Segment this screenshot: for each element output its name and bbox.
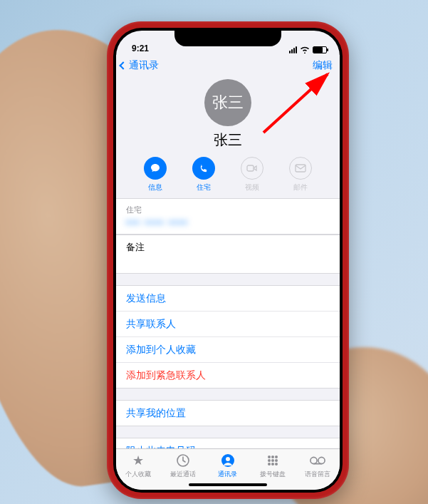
notes-cell[interactable]: 备注: [116, 235, 340, 274]
phone-bezel: 9:21 通讯录 编辑 张三 张: [113, 28, 343, 493]
send-message-cell[interactable]: 发送信息: [116, 286, 340, 312]
tab-recents[interactable]: 最近通话: [161, 449, 206, 483]
mail-icon: [289, 157, 312, 180]
phone-field-value: ••• •••• ••••: [126, 217, 189, 228]
tab-keypad[interactable]: 拨号键盘: [250, 449, 295, 483]
screen: 9:21 通讯录 编辑 张三 张: [116, 31, 340, 490]
cell-label: 发送信息: [126, 292, 166, 305]
actions-section-3: 阻止此来电号码: [116, 438, 340, 448]
edit-button[interactable]: 编辑: [313, 59, 333, 72]
contact-name: 张三: [214, 130, 242, 150]
home-indicator: [189, 483, 267, 486]
phone-cell[interactable]: 住宅 ••• •••• ••••: [116, 199, 340, 235]
back-button[interactable]: 通讯录: [120, 59, 159, 72]
wifi-icon: [300, 46, 310, 53]
message-icon: [144, 157, 167, 180]
star-icon: ★: [130, 453, 146, 468]
section-gap: [116, 274, 340, 285]
status-icons: [289, 46, 327, 53]
contacts-icon: [220, 453, 236, 468]
nav-bar: 通讯录 编辑: [116, 55, 340, 76]
cell-label: 添加到个人收藏: [126, 344, 196, 356]
svg-point-12: [271, 463, 274, 466]
status-time: 9:21: [132, 43, 149, 53]
add-favorite-cell[interactable]: 添加到个人收藏: [116, 337, 340, 363]
content-scroll[interactable]: 住宅 ••• •••• •••• 备注 发送信息 共享联系人: [116, 199, 340, 448]
phone-body: 9:21 通讯录 编辑 张三 张: [107, 21, 349, 499]
cell-label: 添加到紧急联系人: [126, 369, 206, 382]
notch: [174, 28, 281, 46]
tab-label: 个人收藏: [125, 470, 151, 479]
tab-voicemail[interactable]: 语音留言: [295, 449, 340, 483]
notes-section: 备注: [116, 235, 340, 274]
svg-point-7: [275, 456, 278, 458]
svg-point-10: [275, 459, 278, 462]
voicemail-icon: [310, 453, 325, 468]
action-mail: 邮件: [283, 157, 318, 192]
action-label: 视频: [245, 182, 259, 192]
share-location-cell[interactable]: 共享我的位置: [116, 401, 340, 426]
battery-icon: [313, 46, 327, 53]
chevron-left-icon: [119, 61, 127, 69]
tab-favorites[interactable]: ★ 个人收藏: [116, 449, 161, 483]
notes-label: 备注: [126, 241, 145, 254]
action-label: 邮件: [293, 182, 308, 192]
action-row: 信息 住宅 视频: [138, 157, 318, 192]
cell-label: 共享联系人: [126, 318, 176, 331]
actions-section-2: 共享我的位置: [116, 400, 340, 426]
action-label: 信息: [148, 182, 162, 192]
video-icon: [241, 157, 263, 180]
section-gap: [116, 426, 340, 438]
contact-header: 张三 张三 信息 住宅: [116, 76, 340, 199]
action-message[interactable]: 信息: [138, 157, 172, 192]
svg-point-5: [268, 456, 271, 458]
svg-point-8: [268, 459, 271, 462]
cell-label: 共享我的位置: [126, 407, 186, 420]
svg-rect-0: [247, 165, 254, 171]
section-gap: [116, 389, 340, 400]
svg-point-9: [271, 459, 274, 462]
back-label: 通讯录: [129, 59, 159, 72]
svg-point-11: [268, 463, 271, 466]
phone-field-label: 住宅: [126, 205, 142, 215]
avatar-text: 张三: [212, 92, 244, 113]
action-label: 住宅: [197, 182, 211, 192]
action-call[interactable]: 住宅: [187, 157, 221, 192]
signal-icon: [289, 46, 297, 53]
tab-label: 语音留言: [305, 470, 330, 479]
phone-section: 住宅 ••• •••• ••••: [116, 199, 340, 235]
action-video: 视频: [235, 157, 269, 192]
tab-label: 拨号键盘: [260, 470, 286, 479]
tab-label: 通讯录: [218, 470, 237, 479]
phone-icon: [192, 157, 215, 180]
clock-icon: [175, 453, 191, 468]
svg-point-13: [275, 463, 278, 466]
svg-point-4: [226, 457, 230, 461]
svg-point-6: [271, 456, 274, 458]
svg-point-14: [310, 457, 316, 463]
block-caller-cell[interactable]: 阻止此来电号码: [116, 438, 340, 448]
keypad-icon: [265, 453, 281, 468]
tab-label: 最近通话: [170, 470, 196, 479]
add-emergency-cell[interactable]: 添加到紧急联系人: [116, 363, 340, 389]
avatar: 张三: [204, 79, 251, 126]
share-contact-cell[interactable]: 共享联系人: [116, 312, 340, 337]
tab-contacts[interactable]: 通讯录: [206, 449, 251, 483]
actions-section-1: 发送信息 共享联系人 添加到个人收藏 添加到紧急联系人: [116, 285, 340, 389]
svg-rect-1: [296, 165, 306, 172]
svg-point-15: [318, 457, 324, 463]
edit-label: 编辑: [313, 59, 333, 71]
